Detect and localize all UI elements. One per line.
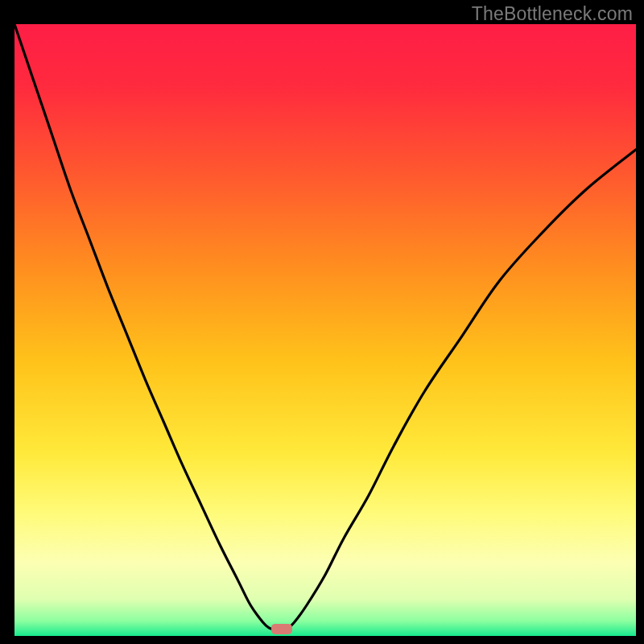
optimal-marker	[271, 624, 292, 634]
bottleneck-chart	[0, 0, 644, 644]
watermark-label: TheBottleneck.com	[472, 3, 633, 25]
plot-background	[14, 24, 636, 636]
chart-container: TheBottleneck.com	[0, 0, 644, 644]
